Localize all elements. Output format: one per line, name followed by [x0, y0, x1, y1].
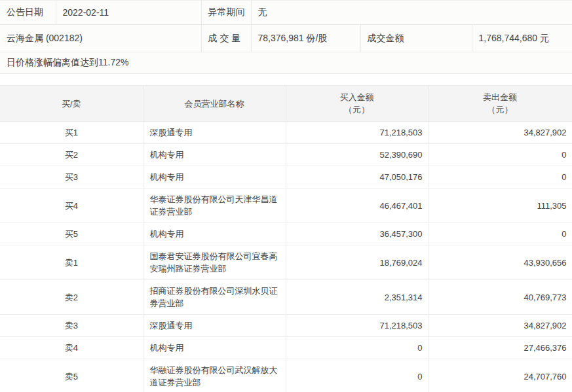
cell-rank: 卖4: [0, 337, 143, 359]
cell-rank: 卖1: [0, 245, 143, 280]
col-header-buy-sub: （元）: [286, 103, 428, 116]
col-header-buy-label: 买入金额: [286, 91, 428, 103]
table-row: 卖5华融证券股份有限公司武汉解放大道证券营业部024,707,760: [0, 359, 572, 392]
broker-table: 买/卖 会员营业部名称 买入金额 （元） 卖出金额 （元） 买1深股通专用71,…: [0, 85, 572, 392]
summary-row-reason: 日价格涨幅偏离值达到11.72%: [0, 52, 572, 74]
turnover-value: 1,768,744,680 元: [472, 25, 572, 52]
table-row: 卖2招商证券股份有限公司深圳水贝证券营业部2,351,31440,769,773: [0, 280, 572, 315]
table-body: 买1深股通专用71,218,50334,827,902买2机构专用52,390,…: [0, 122, 572, 392]
cell-sell: 0: [428, 144, 572, 166]
broker-table-header: 买/卖 会员营业部名称 买入金额 （元） 卖出金额 （元）: [0, 86, 572, 122]
cell-rank: 买4: [0, 188, 143, 223]
volume-label: 成 交 量: [201, 25, 251, 52]
cell-sell: 34,827,902: [428, 122, 572, 144]
announce-date-label: 公告日期: [0, 1, 56, 25]
cell-sell: 111,305: [428, 188, 572, 223]
cell-branch: 华泰证券股份有限公司天津华昌道证券营业部: [143, 188, 286, 223]
cell-branch: 深股通专用: [143, 315, 286, 337]
abnormal-period-value: 无: [251, 1, 572, 25]
stock-name: 云海金属 (002182): [0, 25, 201, 52]
cell-buy: 36,457,300: [286, 223, 428, 245]
cell-rank: 卖3: [0, 315, 143, 337]
col-header-branch-label: 会员营业部名称: [143, 98, 286, 110]
table-row: 买1深股通专用71,218,50334,827,902: [0, 122, 572, 144]
col-header-buy: 买入金额 （元）: [286, 86, 428, 122]
col-header-sell: 卖出金额 （元）: [428, 86, 572, 122]
cell-buy: 47,050,176: [286, 166, 428, 188]
lhb-detail-page: 公告日期 2022-02-11 异常期间 无 云海金属 (002182) 成 交…: [0, 0, 572, 392]
section-spacer: [0, 74, 572, 85]
cell-branch: 华融证券股份有限公司武汉解放大道证券营业部: [143, 359, 286, 392]
turnover-label: 成交金额: [360, 25, 472, 52]
col-header-sell-sub: （元）: [429, 103, 572, 116]
cell-branch: 深股通专用: [143, 122, 286, 144]
cell-sell: 43,930,656: [428, 245, 572, 280]
cell-buy: 71,218,503: [286, 315, 428, 337]
cell-rank: 买2: [0, 144, 143, 166]
cell-buy: 0: [286, 359, 428, 392]
summary-table: 公告日期 2022-02-11 异常期间 无 云海金属 (002182) 成 交…: [0, 0, 572, 74]
cell-buy: 18,769,024: [286, 245, 428, 280]
cell-branch: 机构专用: [143, 144, 286, 166]
cell-rank: 买5: [0, 223, 143, 245]
col-header-branch: 会员营业部名称: [143, 86, 286, 122]
cell-buy: 71,218,503: [286, 122, 428, 144]
cell-rank: 卖5: [0, 359, 143, 392]
cell-branch: 机构专用: [143, 223, 286, 245]
cell-buy: 46,467,401: [286, 188, 428, 223]
col-header-sell-label: 卖出金额: [429, 91, 572, 103]
table-row: 买5机构专用36,457,3000: [0, 223, 572, 245]
cell-buy: 0: [286, 337, 428, 359]
table-row: 买4华泰证券股份有限公司天津华昌道证券营业部46,467,401111,305: [0, 188, 572, 223]
cell-sell: 24,707,760: [428, 359, 572, 392]
cell-buy: 2,351,314: [286, 280, 428, 315]
summary-row-date: 公告日期 2022-02-11 异常期间 无: [0, 1, 572, 25]
cell-rank: 卖2: [0, 280, 143, 315]
listing-reason: 日价格涨幅偏离值达到11.72%: [0, 52, 572, 74]
cell-sell: 0: [428, 223, 572, 245]
cell-rank: 买3: [0, 166, 143, 188]
col-header-rank: 买/卖: [0, 86, 143, 122]
cell-sell: 0: [428, 166, 572, 188]
col-header-rank-label: 买/卖: [0, 98, 143, 110]
table-row: 卖4机构专用027,466,376: [0, 337, 572, 359]
cell-sell: 34,827,902: [428, 315, 572, 337]
cell-branch: 国泰君安证券股份有限公司宜春高安瑞州路证券营业部: [143, 245, 286, 280]
summary-row-stock: 云海金属 (002182) 成 交 量 78,376,981 份/股 成交金额 …: [0, 25, 572, 52]
announce-date-value: 2022-02-11: [56, 1, 201, 25]
volume-value: 78,376,981 份/股: [251, 25, 360, 52]
cell-branch: 招商证券股份有限公司深圳水贝证券营业部: [143, 280, 286, 315]
cell-branch: 机构专用: [143, 166, 286, 188]
cell-sell: 27,466,376: [428, 337, 572, 359]
cell-buy: 52,390,690: [286, 144, 428, 166]
cell-sell: 40,769,773: [428, 280, 572, 315]
table-row: 买3机构专用47,050,1760: [0, 166, 572, 188]
table-row: 卖3深股通专用71,218,50334,827,902: [0, 315, 572, 337]
table-row: 卖1国泰君安证券股份有限公司宜春高安瑞州路证券营业部18,769,02443,9…: [0, 245, 572, 280]
table-row: 买2机构专用52,390,6900: [0, 144, 572, 166]
abnormal-period-label: 异常期间: [201, 1, 251, 25]
cell-branch: 机构专用: [143, 337, 286, 359]
cell-rank: 买1: [0, 122, 143, 144]
